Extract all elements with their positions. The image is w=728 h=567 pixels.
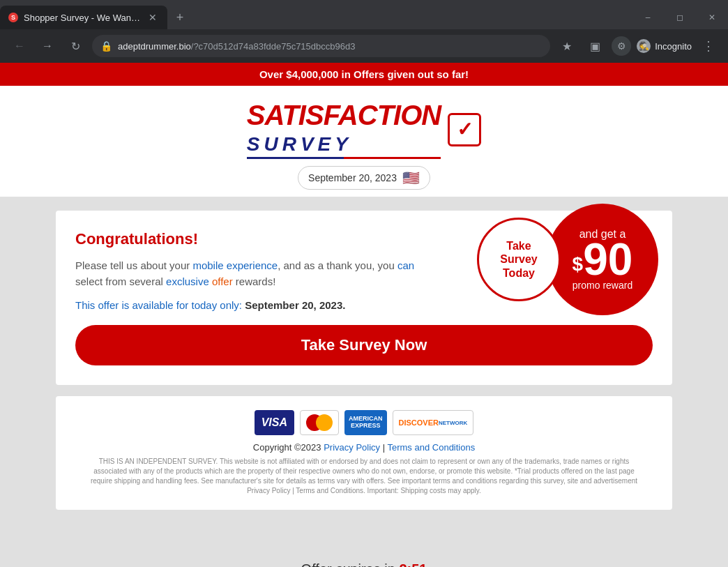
exclusive-highlight: exclusive bbox=[166, 275, 209, 287]
survey-circle: Take Survey Today bbox=[477, 218, 561, 301]
footer-card: VISA AMERICANEXPRESS DISCOVERNETWORK Cop… bbox=[56, 396, 672, 510]
menu-button[interactable]: ⋮ bbox=[697, 35, 720, 57]
address-bar: ← → ↻ 🔒 adeptdrummer.bio/?c70d512d74a83f… bbox=[0, 29, 728, 63]
amount-display: $90 bbox=[572, 240, 633, 280]
congrats-main: Congratulations bbox=[75, 230, 193, 248]
circle-line3: Today bbox=[503, 266, 535, 280]
disclaimer-text: THIS IS AN INDEPENDENT SURVEY. This webs… bbox=[70, 457, 658, 496]
incognito-indicator: 🕵 Incognito bbox=[637, 39, 692, 53]
new-tab-button[interactable]: + bbox=[170, 8, 190, 27]
reload-button[interactable]: ↻ bbox=[64, 35, 86, 57]
logo-survey: SURVEY bbox=[247, 133, 352, 156]
visa-icon: VISA bbox=[255, 410, 294, 435]
promo-banner: Over $4,000,000 in Offers given out so f… bbox=[0, 63, 728, 86]
main-background: Take Survey Today and get a $90 promo re… bbox=[0, 197, 728, 552]
flag-icon: 🇺🇸 bbox=[402, 169, 420, 186]
window-controls: – ◻ ✕ bbox=[632, 6, 728, 29]
expires-label: Offer expires in bbox=[301, 561, 395, 567]
offer-today-text: This offer is available for today only: bbox=[75, 299, 242, 311]
tab-title: Shopper Survey - We Want Your... bbox=[24, 13, 141, 23]
circle-line1: Take bbox=[506, 239, 531, 252]
countdown-timer: 2:51 bbox=[399, 561, 427, 567]
logo-area: SATISFACTION SURVEY ✓ September 20, 2023… bbox=[0, 86, 728, 197]
reader-mode-button[interactable]: ▣ bbox=[584, 35, 606, 57]
expires-bar: Offer expires in 2:51 bbox=[0, 552, 728, 567]
forward-button[interactable]: → bbox=[36, 35, 59, 57]
amex-icon: AMERICANEXPRESS bbox=[344, 410, 387, 435]
incognito-label: Incognito bbox=[655, 41, 692, 52]
logo: SATISFACTION SURVEY ✓ bbox=[247, 100, 481, 159]
date-text: September 20, 2023 bbox=[308, 172, 397, 183]
minimize-button[interactable]: – bbox=[632, 6, 664, 29]
logo-text: SATISFACTION SURVEY bbox=[247, 100, 441, 159]
privacy-policy-link[interactable]: Privacy Policy bbox=[324, 442, 380, 453]
logo-satisfaction: SATISFACTION bbox=[247, 100, 441, 131]
url-path: /?c70d512d74a83fdde75c715dbccb96d3 bbox=[191, 41, 356, 52]
reward-circle: and get a $90 promo reward bbox=[547, 204, 658, 315]
discover-icon: DISCOVERNETWORK bbox=[393, 410, 474, 435]
payment-icons: VISA AMERICANEXPRESS DISCOVERNETWORK bbox=[70, 410, 658, 435]
incognito-icon: 🕵 bbox=[637, 39, 651, 53]
can-highlight: can bbox=[397, 259, 414, 271]
url-domain: adeptdrummer.bio bbox=[118, 41, 191, 52]
separator-1: | bbox=[383, 442, 385, 453]
date-badge: September 20, 2023 🇺🇸 bbox=[298, 166, 430, 190]
back-button[interactable]: ← bbox=[8, 35, 31, 57]
maximize-button[interactable]: ◻ bbox=[664, 6, 696, 29]
extension-button[interactable]: ⚙ bbox=[612, 36, 631, 56]
banner-text: Over $4,000,000 in Offers given out so f… bbox=[259, 68, 469, 80]
page-content: Over $4,000,000 in Offers given out so f… bbox=[0, 63, 728, 567]
mobile-highlight: mobile experience bbox=[192, 259, 278, 271]
url-box[interactable]: 🔒 adeptdrummer.bio/?c70d512d74a83fdde75c… bbox=[92, 35, 550, 57]
bookmark-button[interactable]: ★ bbox=[556, 35, 578, 57]
reward-amount: 90 bbox=[583, 234, 632, 285]
offer-date: September 20, 2023. bbox=[245, 299, 345, 311]
promo-group: Take Survey Today and get a $90 promo re… bbox=[463, 204, 658, 315]
copyright-line: Copyright ©2023 Privacy Policy | Terms a… bbox=[70, 442, 658, 453]
terms-link[interactable]: Terms and Conditions bbox=[387, 442, 475, 453]
description-text: Please tell us about your mobile experie… bbox=[75, 258, 466, 289]
url-text: adeptdrummer.bio/?c70d512d74a83fdde75c71… bbox=[118, 41, 542, 52]
tab-close-button[interactable]: ✕ bbox=[146, 11, 159, 24]
mc-yellow-circle bbox=[316, 414, 333, 431]
dollar-sign: $ bbox=[572, 253, 584, 275]
circle-line2: Survey bbox=[500, 252, 537, 266]
tab-bar: S Shopper Survey - We Want Your... ✕ + –… bbox=[0, 0, 728, 29]
mastercard-icon bbox=[300, 410, 339, 435]
active-tab[interactable]: S Shopper Survey - We Want Your... ✕ bbox=[0, 6, 167, 29]
browser-chrome: S Shopper Survey - We Want Your... ✕ + –… bbox=[0, 0, 728, 63]
main-card: Take Survey Today and get a $90 promo re… bbox=[56, 211, 672, 385]
checkmark-icon: ✓ bbox=[457, 118, 473, 141]
promo-label: promo reward bbox=[572, 280, 632, 291]
close-button[interactable]: ✕ bbox=[696, 6, 728, 29]
mastercard-circles bbox=[306, 414, 333, 431]
tab-favicon: S bbox=[8, 13, 18, 22]
logo-checkbox: ✓ bbox=[448, 113, 481, 146]
take-survey-button[interactable]: Take Survey Now bbox=[75, 325, 653, 365]
congrats-exclaim: ! bbox=[193, 230, 198, 248]
lock-icon: 🔒 bbox=[100, 40, 112, 52]
offer-highlight: offer bbox=[212, 275, 233, 287]
copyright-text: Copyright ©2023 bbox=[253, 442, 321, 453]
